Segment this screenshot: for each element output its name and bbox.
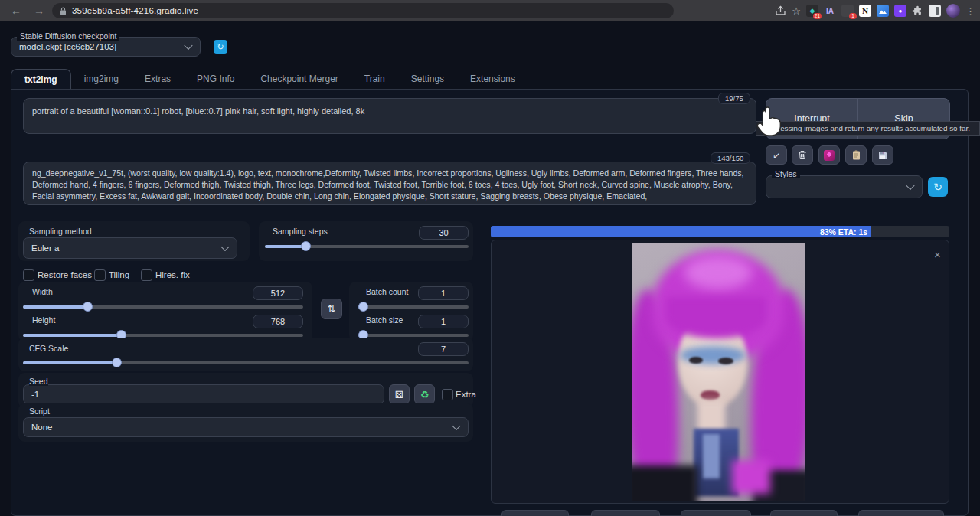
apply-styles-button[interactable] [845, 145, 867, 165]
url-text: 359e5b9a-a5ff-4216.gradio.live [72, 6, 198, 15]
sampling-method-value: Euler a [31, 243, 59, 253]
progress-bar: 83% ETA: 1s [491, 226, 949, 237]
extension-stylus-icon[interactable]: ◆ 21 [806, 5, 818, 17]
hires-fix-label: Hires. fix [155, 270, 190, 279]
negative-token-counter: 143/150 [710, 152, 750, 164]
tab-png-info[interactable]: PNG Info [184, 69, 247, 89]
tab-checkpoint-merger[interactable]: Checkpoint Merger [247, 69, 351, 89]
extra-networks-button[interactable] [818, 145, 840, 165]
batch-count-label: Batch count [366, 287, 408, 296]
generated-image[interactable] [632, 243, 805, 501]
gallery-action-button[interactable] [591, 510, 660, 516]
restore-faces-checkbox[interactable] [23, 269, 34, 281]
extension-notion-icon[interactable]: N [859, 5, 871, 17]
extension-badge: 21 [813, 13, 822, 19]
screen: ← → ↻ 359e5b9a-a5ff-4216.gradio.live ☆ ◆… [0, 0, 980, 516]
cfg-scale-label: CFG Scale [29, 344, 68, 353]
batch-count-slider[interactable] [358, 302, 469, 312]
batch-size-value[interactable]: 1 [418, 315, 469, 328]
styles-label: Styles [772, 169, 800, 178]
tab-extras[interactable]: Extras [132, 69, 184, 89]
slider-thumb[interactable] [301, 241, 311, 251]
checkpoint-label: Stable Diffusion checkpoint [17, 31, 119, 41]
height-value[interactable]: 768 [253, 315, 303, 328]
sampling-steps-value[interactable]: 30 [419, 226, 469, 240]
image-hair-highlight [684, 256, 753, 289]
swap-arrows-icon: ⇅ [328, 303, 336, 315]
extension-ia-icon[interactable]: IA [824, 5, 836, 17]
close-image-icon[interactable]: × [934, 248, 941, 261]
refresh-icon: ↻ [933, 181, 942, 193]
share-icon[interactable] [775, 5, 786, 16]
negative-prompt-input[interactable]: ng_deepnegative_v1_75t, (worst quality, … [23, 162, 756, 205]
gallery-action-button[interactable] [501, 510, 569, 516]
address-bar[interactable]: 359e5b9a-a5ff-4216.gradio.live [52, 3, 674, 18]
browser-actions: ☆ ◆ 21 IA 1 N ● [775, 0, 975, 21]
cfg-scale-slider[interactable] [23, 358, 469, 367]
cfg-scale-value[interactable]: 7 [418, 342, 469, 356]
seed-extra-label: Extra [456, 390, 476, 399]
image-hair-strand [732, 460, 770, 494]
hires-fix-checkbox[interactable] [141, 269, 152, 281]
clipboard-icon [852, 150, 861, 160]
side-panel-icon[interactable] [929, 5, 941, 17]
width-label: Width [32, 287, 53, 296]
main-tabs: txt2img img2img Extras PNG Info Checkpoi… [11, 68, 528, 90]
styles-dropdown[interactable] [766, 175, 923, 198]
refresh-styles-button[interactable]: ↻ [928, 177, 948, 197]
width-slider[interactable] [23, 302, 303, 312]
chevron-down-icon [184, 41, 192, 50]
sampling-steps-label: Sampling steps [273, 227, 328, 236]
slider-thumb[interactable] [112, 358, 122, 367]
width-value[interactable]: 512 [253, 286, 303, 300]
prompt-token-counter: 19/75 [718, 93, 750, 104]
forward-icon[interactable]: → [32, 5, 46, 17]
tab-settings[interactable]: Settings [398, 69, 457, 89]
extension-dark-icon[interactable]: 1 [841, 5, 854, 17]
profile-avatar[interactable] [946, 4, 960, 18]
sampling-steps-slider[interactable] [265, 241, 469, 251]
extensions-puzzle-icon[interactable] [912, 5, 923, 17]
browser-menu-icon[interactable]: ⋮ [965, 5, 975, 17]
gallery-action-button[interactable] [858, 510, 944, 516]
tab-extensions[interactable]: Extensions [457, 69, 528, 89]
prompt-input[interactable]: portrait of a beautiful [woman::0.1] rob… [23, 98, 756, 134]
sampling-method-label: Sampling method [29, 227, 92, 236]
swap-dimensions-button[interactable]: ⇅ [321, 299, 342, 319]
gallery-action-button[interactable] [681, 510, 751, 516]
tab-txt2img[interactable]: txt2img [11, 69, 71, 90]
tab-img2img[interactable]: img2img [71, 69, 132, 89]
tab-train[interactable]: Train [351, 69, 398, 89]
extension-purple-icon[interactable]: ● [894, 5, 906, 17]
random-seed-button[interactable]: ⚄ [389, 384, 410, 404]
paste-arrow-icon: ↙ [773, 150, 780, 161]
tiling-checkbox[interactable] [94, 269, 106, 281]
trash-icon [798, 150, 807, 160]
seed-input[interactable] [23, 384, 384, 404]
extension-badge: 1 [849, 13, 857, 19]
save-style-button[interactable] [872, 145, 893, 165]
script-dropdown[interactable]: None [23, 417, 469, 437]
mouse-cursor-hand [756, 106, 782, 139]
sampling-method-dropdown[interactable]: Euler a [23, 237, 237, 259]
slider-thumb[interactable] [358, 302, 368, 312]
image-eye [689, 357, 703, 364]
batch-count-value[interactable]: 1 [418, 286, 469, 300]
gallery-action-button[interactable] [770, 510, 838, 516]
extra-networks-icon [824, 150, 835, 161]
bookmark-star-icon[interactable]: ☆ [792, 5, 801, 17]
refresh-icon: ↻ [217, 42, 224, 52]
back-icon[interactable]: ← [9, 5, 23, 17]
slider-thumb[interactable] [83, 302, 93, 312]
seed-extra-checkbox[interactable] [442, 389, 453, 400]
paste-generation-params-button[interactable]: ↙ [766, 145, 787, 165]
seed-label: Seed [29, 377, 48, 386]
save-floppy-icon [878, 151, 887, 160]
script-value: None [31, 423, 53, 432]
browser-toolbar: ← → ↻ 359e5b9a-a5ff-4216.gradio.live ☆ ◆… [0, 0, 980, 21]
extension-image-icon[interactable] [877, 5, 889, 17]
refresh-checkpoints-button[interactable]: ↻ [214, 40, 227, 54]
progress-text: 83% ETA: 1s [820, 227, 871, 237]
clear-prompt-button[interactable] [792, 145, 813, 165]
reuse-seed-button[interactable]: ♻ [414, 384, 435, 404]
